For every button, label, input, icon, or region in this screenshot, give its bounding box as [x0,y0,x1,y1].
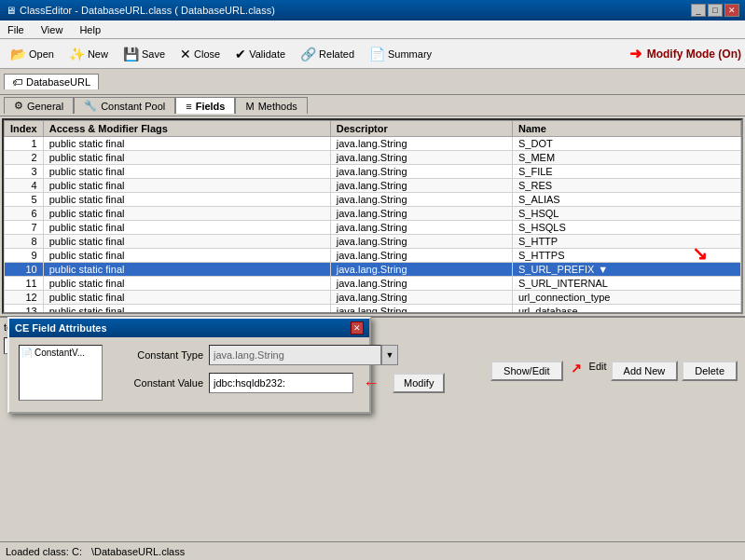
cell-descriptor: java.lang.String [330,179,512,193]
tab-general[interactable]: ⚙ General [4,97,74,114]
related-button[interactable]: 🔗 Related [294,42,361,66]
table-row[interactable]: 8 public static final java.lang.String S… [5,235,741,249]
col-index: Index [5,121,44,137]
constant-value-input[interactable] [209,373,353,393]
add-new-button[interactable]: Add New [611,361,679,381]
cell-name: S_MEM [512,151,740,165]
file-icon: 📄 [21,348,33,358]
modify-mode-text: Modify Mode (On) [647,48,741,61]
cell-index: 9 [5,249,44,263]
class-tab-label: DatabaseURL [26,76,90,88]
app-wrapper: 🖥 ClassEditor - DatabaseURL.class ( Data… [0,0,745,560]
tab-methods[interactable]: M Methods [235,97,307,114]
menu-view[interactable]: View [37,23,67,36]
dialog-close-button[interactable]: ✕ [351,321,364,335]
tree-item-label: ConstantV... [34,348,85,358]
constant-type-input[interactable] [209,345,381,365]
tab-constant-pool[interactable]: 🔧 Constant Pool [74,97,175,114]
save-icon: 💾 [123,47,139,61]
cell-flags: public static final [43,207,330,221]
title-bar-left: 🖥 ClassEditor - DatabaseURL.class ( Data… [6,5,275,16]
menu-file[interactable]: File [4,23,28,36]
fields-tab-label: Fields [196,101,226,112]
open-button[interactable]: 📂 Open [4,42,61,66]
cell-name: url_connection_type [512,291,740,305]
table-row[interactable]: 9 public static final java.lang.String S… [5,249,741,263]
table-row[interactable]: 11 public static final java.lang.String … [5,277,741,291]
class-tab-databaseurl[interactable]: 🏷 DatabaseURL [4,74,99,89]
menu-help[interactable]: Help [76,23,104,36]
dialog-box: CE Field Attributes ✕ 📄 ConstantV... [7,317,371,414]
table-row[interactable]: 7 public static final java.lang.String S… [5,221,741,235]
table-row[interactable]: 6 public static final java.lang.String S… [5,207,741,221]
cell-index: 5 [5,193,44,207]
button-group: Show/Edit ↗ Edit Add New Delete [490,361,738,381]
modify-button[interactable]: Modify [393,373,445,393]
constant-type-dropdown-arrow[interactable]: ▼ [381,345,398,365]
table-row[interactable]: 12 public static final java.lang.String … [5,291,741,305]
table-row[interactable]: 2 public static final java.lang.String S… [5,151,741,165]
tab-fields[interactable]: ≡ Fields [175,97,235,114]
cell-index: 10 [5,263,44,277]
cell-flags: public static final [43,193,330,207]
general-tab-label: General [27,101,63,112]
table-row[interactable]: 4 public static final java.lang.String S… [5,179,741,193]
close-file-label: Close [194,48,220,60]
cell-index: 2 [5,151,44,165]
app-icon: 🖥 [6,5,16,16]
validate-button[interactable]: ✔ Validate [228,42,292,66]
modify-mode-arrow: ➜ [629,45,642,62]
cell-flags: public static final [43,249,330,263]
delete-button[interactable]: Delete [682,361,738,381]
close-file-button[interactable]: ✕ Close [173,42,227,66]
field-attributes-dialog: CE Field Attributes ✕ 📄 ConstantV... [7,317,371,414]
menu-bar: File View Help [0,20,745,39]
cell-flags: public static final [43,179,330,193]
save-button[interactable]: 💾 Save [117,42,172,66]
table-arrow-annotation: ↘ [692,242,708,265]
dialog-tree[interactable]: 📄 ConstantV... [19,345,103,401]
constant-value-row: Constant Value ← Modify [110,373,445,393]
open-icon: 📂 [10,47,26,61]
cell-index: 7 [5,221,44,235]
table-row[interactable]: 5 public static final java.lang.String S… [5,193,741,207]
related-icon: 🔗 [300,47,316,61]
constant-pool-tab-icon: 🔧 [84,100,97,112]
class-tab-row: 🏷 DatabaseURL [0,69,745,95]
cell-name: S_URL_INTERNAL [512,277,740,291]
cell-name: S_HSQL [512,207,740,221]
cell-index: 1 [5,137,44,151]
table-row[interactable]: 10 public static final java.lang.String … [5,263,741,277]
title-bar-text: ClassEditor - DatabaseURL.class ( Databa… [20,5,275,16]
inner-tabs: ⚙ General 🔧 Constant Pool ≡ Fields M Met… [0,95,745,116]
methods-tab-icon: M [245,101,254,112]
cell-flags: public static final [43,305,330,315]
constant-value-label: Constant Value [110,377,203,389]
table-header-row: Index Access & Modifier Flags Descriptor… [5,121,741,137]
close-button[interactable]: ✕ [724,4,739,17]
cell-name: S_HSQLS [512,221,740,235]
table-row[interactable]: 1 public static final java.lang.String S… [5,137,741,151]
dialog-title-text: CE Field Attributes [15,322,107,334]
cell-descriptor: java.lang.String [330,221,512,235]
fields-table-container[interactable]: Index Access & Modifier Flags Descriptor… [2,118,743,314]
methods-tab-label: Methods [258,101,297,112]
cell-flags: public static final [43,263,330,277]
summary-label: Summary [388,48,432,60]
tree-item: 📄 ConstantV... [21,348,100,358]
cell-descriptor: java.lang.String [330,291,512,305]
cell-index: 11 [5,277,44,291]
constant-value-arrow: ← [363,374,379,393]
dialog-title-bar: CE Field Attributes ✕ [9,319,369,337]
table-body: 1 public static final java.lang.String S… [5,137,741,315]
table-row[interactable]: 3 public static final java.lang.String S… [5,165,741,179]
constant-type-input-group: ▼ [209,345,398,365]
minimize-button[interactable]: _ [691,4,706,17]
maximize-button[interactable]: □ [708,4,723,17]
show-edit-button[interactable]: Show/Edit [490,361,563,381]
table-row[interactable]: 13 public static final java.lang.String … [5,305,741,315]
new-button[interactable]: ✨ New [62,42,115,66]
summary-button[interactable]: 📄 Summary [363,42,438,66]
summary-icon: 📄 [369,47,385,61]
edit-arrow: ↗ [571,361,582,381]
